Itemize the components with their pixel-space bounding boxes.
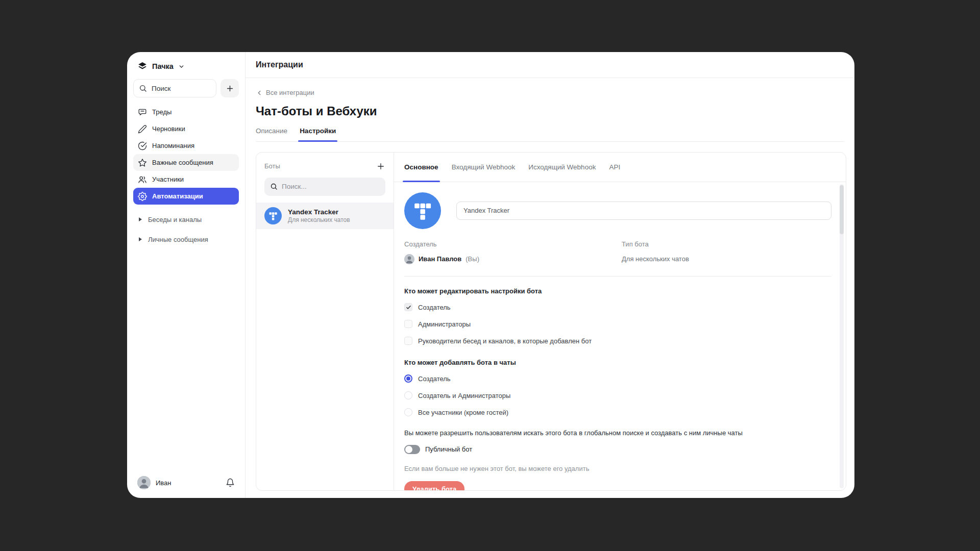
creator-label: Создатель xyxy=(404,240,622,248)
bot-list-item[interactable]: Yandex Tracker Для нескольких чатов xyxy=(256,203,394,229)
breadcrumb[interactable]: Все интеграции xyxy=(256,89,314,96)
section-label: Беседы и каналы xyxy=(148,216,202,223)
page-header: Интеграции xyxy=(246,52,854,78)
sidebar: Пачка Поиск Треды xyxy=(127,52,246,498)
bot-type-value: Для нескольких чатов xyxy=(622,254,689,264)
app-window: Пачка Поиск Треды xyxy=(127,52,854,498)
page-title: Чат-боты и Вебхуки xyxy=(256,104,844,118)
user-name: Иван xyxy=(156,479,172,487)
radio-icon[interactable] xyxy=(404,408,412,416)
page-tabs: Описание Настройки xyxy=(256,127,844,142)
sidebar-item-drafts[interactable]: Черновики xyxy=(133,120,239,137)
sidebar-nav: Треды Черновики Напоминания Важные сообщ… xyxy=(133,104,239,205)
scrollbar-thumb[interactable] xyxy=(840,185,844,234)
bots-search-placeholder: Поиск... xyxy=(282,183,307,190)
creator-suffix: (Вы) xyxy=(465,255,479,263)
tab-description[interactable]: Описание xyxy=(256,127,287,141)
bots-search-input[interactable]: Поиск... xyxy=(264,178,385,196)
sidebar-item-label: Автоматизации xyxy=(152,192,203,200)
sidebar-search-input[interactable]: Поиск xyxy=(133,79,216,97)
radio-icon[interactable] xyxy=(404,391,412,399)
bot-settings-panel: Основное Входящий Webhook Исходящий Webh… xyxy=(394,153,846,491)
radio-row-creator[interactable]: Создатель xyxy=(404,374,831,383)
breadcrumb-label: Все интеграции xyxy=(266,89,314,96)
bot-settings-body: Создатель Иван Павлов (Вы) Тип бота xyxy=(394,182,846,491)
sidebar-item-label: Напоминания xyxy=(152,142,194,149)
tab-settings[interactable]: Настройки xyxy=(300,127,336,141)
radio-row-all-members[interactable]: Все участники (кроме гостей) xyxy=(404,408,831,417)
creator-avatar xyxy=(404,254,414,264)
divider xyxy=(404,276,831,277)
bell-icon xyxy=(226,478,235,487)
page-head: Все интеграции Чат-боты и Вебхуки Описан… xyxy=(246,78,854,142)
creator-name: Иван Павлов xyxy=(419,255,461,263)
tab-incoming-webhook[interactable]: Входящий Webhook xyxy=(452,153,516,182)
public-bot-hint: Вы можете разрешить пользователям искать… xyxy=(404,429,831,437)
checkbox-row-chat-owners[interactable]: Руководители бесед и каналов, в которые … xyxy=(404,337,831,345)
checkbox-icon[interactable] xyxy=(404,337,412,345)
sidebar-item-reminders[interactable]: Напоминания xyxy=(133,137,239,154)
check-circle-icon xyxy=(138,141,147,151)
section-direct-messages[interactable]: Личные сообщения xyxy=(133,230,239,248)
current-user-row[interactable]: Иван xyxy=(133,474,239,491)
bot-type-label: Тип бота xyxy=(622,240,689,248)
yandex-tracker-logo-icon xyxy=(264,207,282,224)
bots-panel: Боты Поиск... xyxy=(256,153,394,491)
public-bot-toggle-label: Публичный бот xyxy=(425,445,472,453)
checkbox-checked-icon[interactable] xyxy=(404,303,412,311)
chevron-left-icon xyxy=(256,89,263,96)
sidebar-search-placeholder: Поиск xyxy=(152,85,170,92)
scrollbar-track xyxy=(840,184,844,489)
search-icon xyxy=(270,183,278,190)
checkbox-icon[interactable] xyxy=(404,320,412,328)
sidebar-item-automations[interactable]: Автоматизации xyxy=(133,188,239,205)
integration-settings-card: Боты Поиск... xyxy=(256,152,846,491)
workspace-switcher[interactable]: Пачка xyxy=(133,59,239,74)
delete-bot-button[interactable]: Удалить бота xyxy=(404,481,464,491)
sidebar-item-label: Треды xyxy=(152,108,172,116)
triangle-right-icon xyxy=(139,217,142,221)
bot-name-input[interactable] xyxy=(456,202,831,220)
chevron-down-icon xyxy=(178,63,185,70)
threads-icon xyxy=(138,108,147,117)
add-permissions-title: Кто может добавлять бота в чаты xyxy=(404,359,831,366)
section-label: Личные сообщения xyxy=(148,236,208,243)
bot-avatar[interactable] xyxy=(404,192,441,229)
sidebar-tree: Беседы и каналы Личные сообщения xyxy=(133,209,239,248)
sidebar-item-important[interactable]: Важные сообщения xyxy=(133,154,239,171)
bot-item-subtitle: Для нескольких чатов xyxy=(288,216,350,224)
sidebar-item-threads[interactable]: Треды xyxy=(133,104,239,120)
sidebar-item-label: Важные сообщения xyxy=(152,159,213,166)
plus-icon xyxy=(226,84,234,93)
public-bot-toggle-row[interactable]: Публичный бот xyxy=(404,445,831,454)
triangle-right-icon xyxy=(139,237,142,241)
users-icon xyxy=(138,175,147,184)
sidebar-item-members[interactable]: Участники xyxy=(133,171,239,188)
tab-outgoing-webhook[interactable]: Исходящий Webhook xyxy=(528,153,596,182)
radio-row-creator-admins[interactable]: Создатель и Администраторы xyxy=(404,391,831,400)
notifications-button[interactable] xyxy=(226,478,235,487)
sidebar-item-label: Черновики xyxy=(152,125,185,133)
tab-general[interactable]: Основное xyxy=(404,153,438,182)
avatar xyxy=(137,476,151,489)
new-chat-button[interactable] xyxy=(220,79,239,97)
checkbox-row-creator[interactable]: Создатель xyxy=(404,303,831,312)
star-icon xyxy=(138,158,147,167)
gear-icon xyxy=(138,192,147,201)
search-icon xyxy=(139,84,147,92)
plus-icon xyxy=(376,162,385,171)
app-logo-icon xyxy=(137,61,148,71)
tab-api[interactable]: API xyxy=(609,153,620,182)
bot-item-name: Yandex Tracker xyxy=(288,208,350,216)
radio-selected-icon[interactable] xyxy=(404,374,412,383)
checkbox-row-admins[interactable]: Администраторы xyxy=(404,320,831,329)
delete-bot-hint: Если вам больше не нужен этот бот, вы мо… xyxy=(404,465,831,472)
bots-panel-title: Боты xyxy=(264,162,280,170)
add-bot-button[interactable] xyxy=(376,162,385,171)
toggle-off-icon[interactable] xyxy=(404,445,420,454)
pencil-icon xyxy=(138,124,147,134)
section-conversations-channels[interactable]: Беседы и каналы xyxy=(133,210,239,229)
bot-settings-tabs: Основное Входящий Webhook Исходящий Webh… xyxy=(394,153,846,182)
sidebar-item-label: Участники xyxy=(152,176,184,183)
page-header-title: Интеграции xyxy=(256,60,303,69)
